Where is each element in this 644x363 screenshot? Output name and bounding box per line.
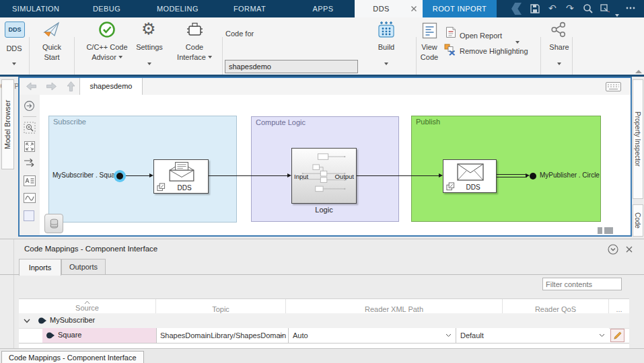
source-cell-selected[interactable]: Square — [42, 328, 156, 343]
panel-left-border — [13, 239, 14, 348]
reader-xml-path-dropdown[interactable]: Auto — [288, 328, 456, 343]
more-icon[interactable] — [625, 5, 636, 16]
model-browser-dock-tab[interactable]: Model Browser — [1, 79, 14, 169]
breadcrumb-tab-shapesdemo[interactable]: shapesdemo — [79, 78, 143, 95]
signal-line[interactable] — [209, 175, 288, 176]
code-mappings-bottom-tab[interactable]: Code Mappings - Component Interface — [1, 351, 144, 363]
expander-chevron-icon[interactable] — [24, 319, 30, 323]
inport-port-icon — [38, 317, 47, 325]
open-report-button[interactable] — [445, 26, 457, 38]
logic-block-label: Logic — [291, 206, 357, 214]
search-icon[interactable] — [583, 3, 594, 14]
chevron-down-icon — [278, 333, 284, 337]
build-button[interactable] — [377, 20, 396, 39]
build-label: Build — [378, 43, 394, 51]
toolstrip-ribbon: DDS DDS OUTPUT Quick Start ASSISTANCE C/… — [0, 17, 644, 75]
back-arrow-icon[interactable] — [26, 82, 37, 91]
logic-thumbnail-icon — [299, 151, 350, 200]
tab-debug[interactable]: DEBUG — [93, 0, 114, 17]
annotation-icon[interactable] — [24, 175, 36, 188]
code-advisor-label-1: C/C++ Code — [86, 43, 127, 51]
edit-qos-button[interactable] — [610, 329, 624, 342]
tab-format[interactable]: FORMAT — [234, 0, 261, 17]
tab-dds-active[interactable]: DDS — [355, 0, 423, 17]
column-header-reader-qos[interactable]: Reader QoS — [503, 299, 609, 313]
signal-line[interactable] — [357, 175, 439, 176]
remove-highlighting-label: Remove Highlighting — [460, 47, 528, 55]
column-header-topic[interactable]: Topic — [156, 299, 286, 313]
screenshot-icon[interactable] — [600, 3, 610, 14]
bottom-dock-bar: Code Mappings - Component Interface — [0, 348, 644, 363]
chevron-down-icon — [118, 56, 122, 58]
logic-subsystem-block[interactable]: Input Output — [291, 148, 357, 204]
diagram-surface[interactable]: Subscribe Compute Logic Publish MySubscr… — [40, 95, 631, 235]
code-for-input[interactable] — [225, 60, 358, 73]
dds-subscribe-block-label: DDS — [161, 184, 208, 192]
area-subscribe[interactable]: Subscribe — [48, 116, 237, 223]
column-header-reader-xml-path[interactable]: Reader XML Path — [286, 299, 503, 313]
dds-output-button[interactable]: DDS — [5, 22, 25, 38]
code-dock-tab[interactable]: Code — [633, 204, 643, 237]
simulink-window: SIMULATION DEBUG MODELING FORMAT APPS DD… — [0, 0, 644, 363]
property-inspector-dock-tab[interactable]: Property Inspector — [633, 79, 643, 199]
quick-start-button[interactable] — [43, 21, 61, 38]
bus-signal-line[interactable] — [497, 174, 527, 177]
open-envelope-icon — [167, 161, 196, 182]
forward-arrow-icon[interactable] — [46, 82, 57, 91]
code-interface-button[interactable] — [186, 22, 204, 38]
undo-icon[interactable]: ↶ — [548, 3, 557, 13]
chevron-down-icon[interactable] — [515, 34, 520, 46]
resize-grip[interactable] — [604, 227, 613, 234]
collapse-panel-icon[interactable] — [635, 69, 643, 75]
dds-publish-block[interactable]: DDS — [443, 159, 497, 193]
up-arrow-icon[interactable] — [67, 81, 75, 92]
code-mappings-panel: Code Mappings - Component Interface Inpo… — [0, 239, 644, 348]
close-icon[interactable] — [410, 5, 417, 12]
chevron-down-icon — [208, 56, 212, 58]
zoom-select-icon[interactable] — [24, 122, 36, 134]
tab-inports[interactable]: Inports — [19, 259, 61, 276]
topic-dropdown[interactable]: ShapesDomainLibrary/ShapesDomain — [156, 328, 288, 343]
code-document-icon — [422, 22, 437, 39]
canvas-navbar: shapesdemo — [20, 78, 631, 95]
share-button[interactable] — [550, 22, 567, 38]
filter-input[interactable] — [542, 278, 622, 290]
pencil-icon — [613, 331, 622, 340]
inport-label: MySubscriber . Square — [52, 171, 113, 179]
badge-icon — [446, 182, 455, 191]
area-publish[interactable]: Publish — [411, 116, 601, 222]
minimize-panel-icon[interactable] — [608, 244, 618, 255]
tab-modeling[interactable]: MODELING — [157, 0, 196, 17]
area-publish-label: Publish — [416, 118, 440, 126]
share-nodes-icon — [550, 22, 567, 38]
reader-qos-dropdown[interactable]: Default — [456, 328, 609, 343]
remove-highlighting-button[interactable] — [444, 44, 456, 56]
signal-lines-icon[interactable] — [24, 158, 36, 170]
settings-button[interactable]: ⚙ — [141, 20, 156, 38]
dds-subscribe-block[interactable]: DDS — [153, 159, 209, 194]
viewer-icon[interactable] — [24, 193, 36, 205]
keyboard-icon[interactable] — [606, 82, 621, 91]
redo-icon[interactable]: ↷ — [566, 3, 574, 13]
tab-outports[interactable]: Outports — [61, 259, 106, 275]
rocket-compass-icon — [43, 21, 61, 38]
close-icon[interactable] — [625, 245, 633, 253]
column-header-source[interactable]: Source — [19, 299, 156, 313]
tab-simulation[interactable]: SIMULATION — [12, 0, 55, 17]
tab-apps[interactable]: APPS — [311, 0, 335, 17]
signal-line[interactable] — [126, 175, 150, 176]
hide-browser-icon[interactable] — [24, 100, 36, 112]
column-header-more[interactable]: ... — [609, 299, 629, 313]
outport-dot[interactable] — [530, 173, 536, 179]
resize-grip[interactable] — [598, 227, 602, 234]
tab-root-inport[interactable]: ROOT INPORT — [423, 0, 497, 17]
dds-output-label: DDS — [6, 44, 22, 52]
area-swatch-icon[interactable] — [24, 210, 36, 223]
save-icon[interactable] — [530, 3, 540, 14]
code-advisor-button[interactable] — [98, 21, 116, 38]
inport-dot[interactable] — [116, 173, 123, 179]
fit-to-view-icon[interactable] — [24, 140, 36, 153]
table-group-row[interactable]: MySubscriber — [19, 313, 629, 329]
view-code-button[interactable] — [422, 22, 437, 39]
data-dictionary-badge[interactable] — [44, 214, 63, 233]
